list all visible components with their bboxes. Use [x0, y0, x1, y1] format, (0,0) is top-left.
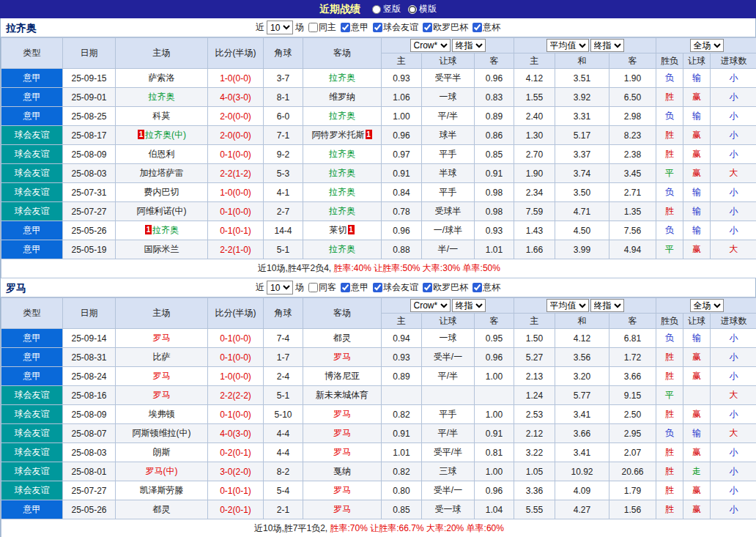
- result-value: 小: [711, 183, 756, 202]
- subcolumn-header: 让球: [422, 53, 475, 69]
- home-team-cell: 1拉齐奥: [116, 221, 208, 240]
- match-count-select[interactable]: 10: [267, 21, 293, 34]
- checkbox-icon[interactable]: [472, 23, 482, 32]
- home-team-cell: 1拉齐奥(中): [116, 126, 208, 145]
- checkbox-icon[interactable]: [423, 23, 432, 32]
- match-type: 球会友谊: [1, 126, 63, 145]
- column-header: 日期: [63, 298, 116, 329]
- summary-record: 近10场,胜4平2负4,: [258, 263, 331, 273]
- vertical-radio-icon[interactable]: [372, 5, 381, 14]
- league-checkbox[interactable]: 球会友谊: [373, 21, 418, 34]
- same-venue-checkbox[interactable]: 同客: [308, 281, 336, 294]
- league-checkbox[interactable]: 意杯: [472, 281, 500, 294]
- avg-time-select[interactable]: 终指: [590, 299, 624, 312]
- odds-value: 半球: [422, 164, 475, 183]
- league-checkbox[interactable]: 意杯: [472, 21, 500, 34]
- league-label: 球会友谊: [383, 281, 418, 294]
- match-row: 意甲25-05-19国际米兰2-2(1-0)5-1拉齐奥0.88半/一1.011…: [1, 240, 756, 259]
- avg-odds-value: 6.50: [609, 88, 656, 107]
- layout-radio-vertical[interactable]: 竖版: [372, 3, 401, 15]
- team-name: 罗马: [333, 485, 351, 495]
- avg-odds-value: 7.56: [609, 221, 656, 240]
- league-checkbox[interactable]: 意甲: [341, 281, 368, 294]
- same-venue-checkbox[interactable]: 同主: [308, 21, 336, 34]
- team-name: 罗马: [153, 333, 171, 343]
- summary-rates: 胜率:40% 让胜率:50% 大率:30% 单率:50%: [334, 263, 500, 273]
- average-select[interactable]: 平均值: [546, 299, 589, 312]
- checkbox-icon[interactable]: [308, 283, 318, 292]
- checkbox-icon[interactable]: [373, 23, 382, 32]
- avg-odds-value: 4.94: [609, 240, 656, 259]
- horizontal-radio-icon[interactable]: [408, 5, 417, 14]
- odds-value: 0.81: [475, 443, 514, 462]
- horizontal-radio-label: 横版: [419, 3, 437, 15]
- odds-value: 0.91: [475, 164, 514, 183]
- odds-time-select[interactable]: 终指: [452, 299, 486, 312]
- match-date: 25-08-31: [63, 348, 116, 367]
- result-value: 赢: [683, 240, 711, 259]
- avg-odds-value: 5.55: [514, 500, 555, 519]
- result-value: 胜: [656, 405, 683, 424]
- avg-odds-value: 2.38: [609, 145, 656, 164]
- column-header: 比分(半场): [208, 298, 264, 329]
- match-row: 球会友谊25-08-09伯恩利0-1(0-0)9-2拉齐奥0.97平手0.852…: [1, 145, 756, 164]
- match-type: 球会友谊: [1, 183, 63, 202]
- team-name: 罗马(中): [146, 466, 178, 476]
- checkbox-icon[interactable]: [341, 283, 350, 292]
- match-date: 25-09-01: [63, 88, 116, 107]
- match-type: 意甲: [1, 221, 63, 240]
- match-row: 意甲25-08-25科莫2-0(0-0)6-0拉齐奥1.00平/半0.892.4…: [1, 107, 756, 126]
- avg-odds-value: 4.09: [555, 481, 609, 500]
- avg-time-select[interactable]: 终指: [590, 39, 624, 52]
- match-date: 25-09-15: [63, 69, 116, 88]
- odds-value: 0.98: [475, 202, 514, 221]
- match-row: 球会友谊25-07-27凯泽斯劳滕0-1(0-1)5-4罗马0.80受半/一0.…: [1, 481, 756, 500]
- odds-time-select[interactable]: 终指: [452, 39, 486, 52]
- result-value: 胜: [656, 481, 683, 500]
- score: 4-0(3-0): [208, 424, 264, 443]
- bookmaker-select[interactable]: Crow*: [410, 299, 451, 312]
- avg-odds-value: 1.35: [609, 202, 656, 221]
- league-label: 欧罗巴杯: [433, 21, 468, 34]
- score: 1-0(0-0): [208, 183, 264, 202]
- average-select[interactable]: 平均值: [546, 39, 589, 52]
- match-row: 意甲25-09-01拉齐奥4-0(3-0)8-1维罗纳1.06一球0.831.5…: [1, 88, 756, 107]
- avg-odds-value: 3.74: [555, 164, 609, 183]
- league-checkbox[interactable]: 球会友谊: [373, 281, 418, 294]
- result-value: 小: [711, 221, 756, 240]
- same-venue-label: 同客: [319, 281, 336, 294]
- corner-count: 5-3: [264, 164, 303, 183]
- odds-value: 0.84: [382, 183, 422, 202]
- result-value: 平: [656, 164, 683, 183]
- home-team-cell: 凯泽斯劳滕: [116, 481, 208, 500]
- avg-odds-value: 1.05: [514, 462, 555, 481]
- layout-radio-horizontal[interactable]: 横版: [408, 3, 437, 15]
- score: 0-1(0-0): [208, 329, 264, 348]
- avg-odds-value: 6.81: [609, 329, 656, 348]
- avg-odds-value: 3.36: [514, 481, 555, 500]
- scope-select[interactable]: 全场: [690, 299, 724, 312]
- match-type: 球会友谊: [1, 202, 63, 221]
- away-team-cell: 罗马: [303, 424, 382, 443]
- scope-select[interactable]: 全场: [690, 39, 724, 52]
- team-name: 比萨: [153, 352, 171, 362]
- bookmaker-select[interactable]: Crow*: [410, 39, 451, 52]
- checkbox-icon[interactable]: [472, 283, 482, 292]
- subcolumn-header: 客: [475, 314, 514, 329]
- score: 0-1(0-0): [208, 145, 264, 164]
- match-count-select[interactable]: 10: [267, 281, 293, 295]
- checkbox-icon[interactable]: [373, 283, 382, 292]
- corner-count: 2-4: [264, 367, 303, 386]
- odds-value: 0.96: [475, 348, 514, 367]
- checkbox-icon[interactable]: [341, 23, 350, 32]
- checkbox-icon[interactable]: [423, 283, 432, 292]
- away-team-cell: 罗马: [303, 348, 382, 367]
- checkbox-icon[interactable]: [308, 23, 318, 32]
- score: 2-0(0-0): [208, 126, 264, 145]
- column-header: 主场: [116, 298, 208, 329]
- league-checkbox[interactable]: 欧罗巴杯: [423, 281, 468, 294]
- league-checkbox[interactable]: 欧罗巴杯: [423, 21, 468, 34]
- league-checkbox[interactable]: 意甲: [341, 21, 368, 34]
- team-name: 都灵: [153, 504, 171, 514]
- match-date: 25-09-14: [63, 329, 116, 348]
